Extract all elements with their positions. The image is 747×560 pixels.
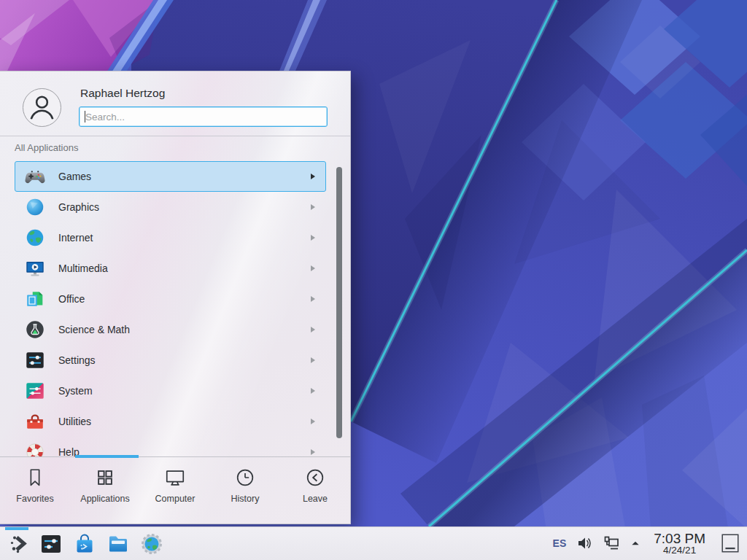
tab-favorites[interactable]: Favorites: [0, 457, 70, 525]
app-category-row[interactable]: Settings: [15, 345, 326, 376]
category-label: Graphics: [58, 201, 99, 213]
category-label: Games: [58, 171, 91, 182]
settings-icon: [24, 349, 46, 371]
active-tab-indicator: [75, 455, 139, 458]
expand-tray-icon[interactable]: [630, 537, 641, 549]
scrollbar-thumb[interactable]: [336, 167, 342, 438]
app-category-row[interactable]: Office: [15, 284, 326, 314]
clock-date: 4/24/21: [654, 545, 705, 556]
submenu-arrow-icon: [311, 357, 315, 363]
favorites-icon: [24, 467, 46, 489]
submenu-arrow-icon: [311, 419, 315, 424]
tab-label: Favorites: [16, 494, 53, 504]
tab-label: Computer: [155, 494, 196, 504]
submenu-arrow-icon: [311, 235, 315, 241]
submenu-arrow-icon: [311, 327, 315, 332]
category-label: Settings: [58, 354, 96, 366]
graphics-icon: [24, 196, 46, 218]
app-category-row[interactable]: Utilities: [15, 406, 326, 437]
discover-icon[interactable]: [73, 532, 96, 556]
category-label: Science & Math: [58, 324, 130, 335]
app-category-row[interactable]: Science & Math: [15, 314, 326, 345]
help-icon: [24, 441, 46, 456]
taskbar-launchers: [0, 532, 163, 556]
volume-icon[interactable]: [576, 534, 593, 552]
office-icon: [24, 288, 46, 310]
taskbar-panel: ES 7:03 PM 4/24/21: [0, 526, 747, 560]
system-tray: ES 7:03 PM 4/24/21: [553, 532, 747, 556]
tab-label: History: [231, 494, 260, 504]
app-category-row[interactable]: System: [15, 376, 326, 406]
text-cursor: [85, 111, 85, 122]
clock-time: 7:03 PM: [654, 532, 705, 545]
category-label: Multimedia: [58, 262, 108, 274]
applications-icon: [94, 467, 116, 489]
app-category-row[interactable]: Graphics: [15, 192, 326, 222]
keyboard-layout-indicator[interactable]: ES: [553, 537, 567, 549]
multimedia-icon: [24, 257, 46, 279]
science-icon: [24, 319, 46, 341]
submenu-arrow-icon: [311, 388, 315, 394]
app-category-row[interactable]: Games: [15, 161, 326, 192]
network-icon[interactable]: [603, 534, 620, 552]
computer-icon: [164, 467, 186, 489]
internet-icon: [24, 227, 46, 249]
history-icon: [234, 467, 256, 489]
app-category-row[interactable]: Help: [15, 437, 326, 456]
category-label: Internet: [58, 232, 93, 244]
launcher-header: Raphael Hertzog: [0, 71, 350, 136]
category-label: Utilities: [58, 416, 91, 427]
tab-computer[interactable]: Computer: [140, 457, 210, 525]
system-settings-icon[interactable]: [39, 532, 63, 556]
games-icon: [24, 166, 46, 187]
tab-label: Applications: [80, 494, 129, 504]
system-icon: [24, 380, 46, 402]
submenu-arrow-icon: [311, 204, 315, 210]
category-label: System: [58, 385, 93, 397]
user-avatar[interactable]: [22, 88, 62, 128]
leave-icon: [304, 467, 326, 489]
submenu-arrow-icon: [311, 174, 315, 179]
app-category-row[interactable]: Multimedia: [15, 253, 326, 284]
submenu-arrow-icon: [311, 296, 315, 302]
submenu-arrow-icon: [311, 265, 315, 271]
tabs-container: Favorites Applications Computer History …: [0, 457, 350, 525]
user-name: Raphael Hertzog: [80, 87, 165, 100]
tab-applications[interactable]: Applications: [70, 457, 140, 525]
category-label: Office: [58, 293, 85, 305]
tab-label: Leave: [303, 494, 328, 504]
digital-clock[interactable]: 7:03 PM 4/24/21: [651, 532, 708, 556]
tab-history[interactable]: History: [210, 457, 280, 525]
section-label: All Applications: [15, 142, 78, 153]
app-category-list[interactable]: Games Graphics Internet Multimedia Offic…: [15, 161, 326, 456]
show-desktop-button[interactable]: [719, 532, 741, 555]
app-category-row[interactable]: Internet: [15, 222, 326, 253]
submenu-arrow-icon: [311, 449, 315, 455]
search-input[interactable]: [79, 106, 328, 127]
kickoff-launcher-icon[interactable]: [6, 532, 29, 556]
application-launcher-menu: Raphael Hertzog All Applications Games G…: [0, 71, 351, 524]
utilities-icon: [24, 411, 46, 432]
launcher-tabbar: Favorites Applications Computer History …: [0, 456, 350, 525]
tab-leave[interactable]: Leave: [280, 457, 350, 525]
desktop: Raphael Hertzog All Applications Games G…: [0, 0, 747, 560]
file-manager-icon[interactable]: [107, 532, 130, 556]
web-browser-icon[interactable]: [140, 532, 163, 556]
